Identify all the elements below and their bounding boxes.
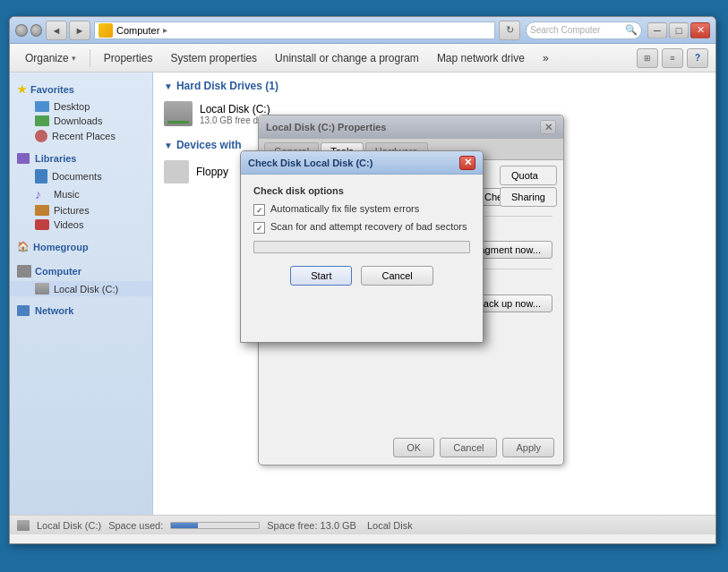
chkdisk-option2: ✓ Scan for and attempt recovery of bad s… [253, 221, 470, 234]
chkdisk-title-text: Check Disk Local Disk (C:) [248, 158, 459, 168]
chkdisk-option1-label: Automatically fix file system errors [270, 203, 419, 214]
status-bar: Local Disk (C:) Space used: Space free: … [10, 515, 715, 534]
sidebar: ★ Favorites Desktop Downloads Recent Pla… [10, 73, 153, 515]
circle-right [30, 24, 43, 37]
chkdisk-dialog: Check Disk Local Disk (C:) ✕ Check disk … [240, 150, 484, 343]
search-box[interactable]: Search Computer 🔍 [526, 21, 642, 39]
floppy-icon [164, 160, 189, 184]
homegroup-section: 🏠 Homegroup [10, 237, 152, 256]
pictures-icon [35, 205, 49, 216]
star-icon: ★ [17, 83, 27, 96]
address-bar[interactable]: Computer ▸ [94, 21, 495, 39]
desktop-icon [35, 101, 49, 112]
path-text: Computer [116, 25, 159, 36]
libraries-icon [17, 153, 30, 164]
close-button[interactable]: ✕ [690, 22, 710, 38]
music-icon: ♪ [35, 187, 49, 201]
network-icon [17, 305, 30, 316]
path-icon [98, 23, 113, 38]
sidebar-item-downloads[interactable]: Downloads [10, 114, 152, 128]
organize-button[interactable]: Organize ▾ [17, 47, 84, 69]
chkdisk-close-button[interactable]: ✕ [459, 156, 475, 170]
floppy-info: Floppy [196, 166, 228, 178]
refresh-button[interactable]: ↻ [499, 21, 520, 40]
search-icon: 🔍 [625, 24, 638, 36]
sidebar-item-desktop[interactable]: Desktop [10, 99, 152, 114]
chkdisk-progress-bar [253, 241, 470, 253]
toolbar-separator-1 [90, 49, 90, 67]
status-disk-icon [17, 520, 30, 531]
chkdisk-btn-row: Start Cancel [253, 266, 470, 286]
homegroup-header: 🏠 Homegroup [10, 237, 152, 256]
chkdisk-checkbox2[interactable]: ✓ [253, 222, 265, 234]
props-bg-cancel[interactable]: Cancel [440, 438, 497, 457]
sharing-tab[interactable]: Sharing [500, 187, 557, 207]
view-details-button[interactable]: ⊞ [637, 48, 658, 68]
path-arrow: ▸ [163, 25, 167, 35]
computer-icon [17, 265, 31, 277]
minimize-button[interactable]: ─ [647, 22, 667, 38]
props-bg-btn-area: OK Cancel Apply [393, 438, 554, 457]
status-progress-fill [171, 523, 197, 528]
network-section: Network [10, 302, 152, 320]
hard-disk-header: Hard Disk Drives (1) [164, 80, 705, 92]
recent-icon [35, 130, 47, 142]
props-bg-ok[interactable]: OK [393, 438, 434, 457]
chkdisk-checkbox1[interactable]: ✓ [253, 204, 265, 216]
chkdisk-title-bar: Check Disk Local Disk (C:) ✕ [241, 151, 483, 175]
view-toggle-button[interactable]: ≡ [662, 48, 683, 68]
localdisk-drive-icon [164, 101, 193, 126]
libraries-header: Libraries [10, 149, 152, 167]
favorites-section: ★ Favorites Desktop Downloads Recent Pla… [10, 80, 152, 144]
circle-left [15, 24, 28, 37]
search-placeholder: Search Computer [530, 25, 600, 35]
sidebar-item-pictures[interactable]: Pictures [10, 203, 152, 218]
extra-tabs-area: Quota Sharing [500, 166, 557, 207]
localdisk-name: Local Disk (C:) [200, 103, 270, 115]
downloads-icon [35, 115, 49, 126]
uninstall-button[interactable]: Uninstall or change a program [267, 47, 427, 69]
computer-section: Computer Local Disk (C:) [10, 261, 152, 296]
homegroup-icon: 🏠 [17, 241, 30, 252]
help-button[interactable]: ? [687, 48, 708, 68]
sidebar-item-music[interactable]: ♪ Music [10, 185, 152, 203]
status-space-free: Space free: 13.0 GB [267, 520, 356, 531]
sidebar-item-videos[interactable]: Videos [10, 218, 152, 232]
chkdisk-start-button[interactable]: Start [290, 266, 352, 286]
forward-button[interactable]: ► [69, 21, 90, 40]
chkdisk-cancel-button[interactable]: Cancel [361, 266, 433, 286]
maximize-button[interactable]: □ [669, 22, 689, 38]
chkdisk-body: Check disk options ✓ Automatically fix f… [241, 175, 483, 296]
status-progress [170, 522, 260, 529]
sidebar-item-recent[interactable]: Recent Places [10, 128, 152, 144]
chkdisk-section-label: Check disk options [253, 185, 470, 196]
props-bg-apply[interactable]: Apply [502, 438, 554, 457]
props-bg-title-bar: Local Disk (C:) Properties ✕ [259, 115, 563, 139]
map-network-button[interactable]: Map network drive [429, 47, 533, 69]
libraries-section: Libraries Documents ♪ Music Pictures Vid… [10, 149, 152, 232]
status-space-used: Space used: [108, 520, 163, 531]
properties-button[interactable]: Properties [96, 47, 161, 69]
system-properties-button[interactable]: System properties [162, 47, 265, 69]
favorites-header: ★ Favorites [10, 80, 152, 99]
props-bg-close: ✕ [540, 120, 556, 134]
videos-icon [35, 219, 49, 230]
organize-chevron: ▾ [72, 54, 76, 63]
chkdisk-option2-label: Scan for and attempt recovery of bad sec… [270, 221, 467, 232]
status-disk-type: Local Disk [367, 520, 413, 531]
network-header[interactable]: Network [10, 302, 152, 320]
localdisk-icon [35, 283, 49, 295]
toolbar: Organize ▾ Properties System properties … [10, 44, 715, 73]
title-bar: ◄ ► Computer ▸ ↻ Search Computer 🔍 ─ □ ✕ [10, 17, 715, 44]
back-button[interactable]: ◄ [46, 21, 67, 40]
quota-tab[interactable]: Quota [500, 166, 557, 185]
status-disk-label: Local Disk (C:) [37, 520, 101, 531]
chkdisk-option1: ✓ Automatically fix file system errors [253, 203, 470, 216]
sidebar-item-localdisk[interactable]: Local Disk (C:) [10, 281, 152, 296]
documents-icon [35, 169, 47, 184]
title-bar-icon [15, 21, 42, 40]
computer-header[interactable]: Computer [10, 261, 152, 281]
more-button[interactable]: » [535, 47, 557, 69]
sidebar-item-documents[interactable]: Documents [10, 167, 152, 185]
